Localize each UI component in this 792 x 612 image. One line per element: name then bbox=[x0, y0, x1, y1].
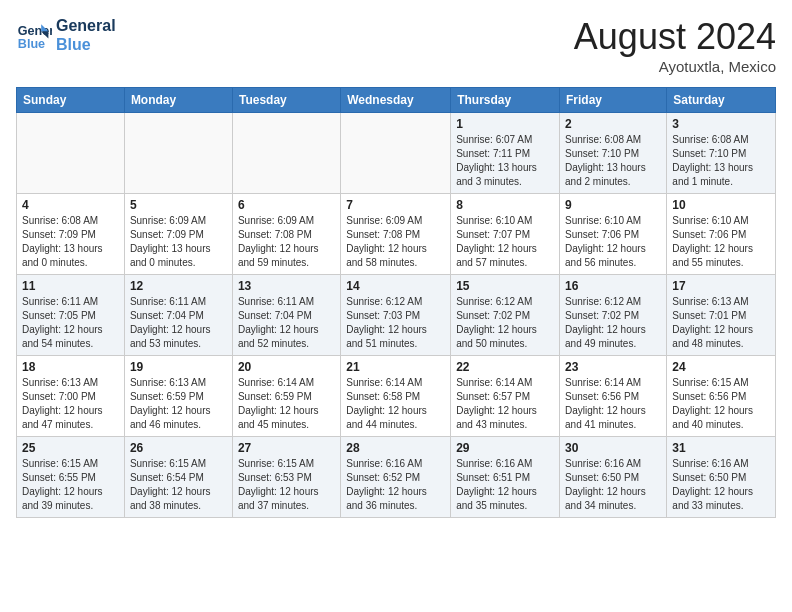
calendar-day-cell: 19Sunrise: 6:13 AM Sunset: 6:59 PM Dayli… bbox=[124, 356, 232, 437]
day-info: Sunrise: 6:16 AM Sunset: 6:51 PM Dayligh… bbox=[456, 457, 554, 513]
calendar-day-cell: 28Sunrise: 6:16 AM Sunset: 6:52 PM Dayli… bbox=[341, 437, 451, 518]
day-number: 13 bbox=[238, 279, 335, 293]
calendar-week-row: 18Sunrise: 6:13 AM Sunset: 7:00 PM Dayli… bbox=[17, 356, 776, 437]
day-info: Sunrise: 6:10 AM Sunset: 7:06 PM Dayligh… bbox=[672, 214, 770, 270]
day-number: 21 bbox=[346, 360, 445, 374]
day-info: Sunrise: 6:09 AM Sunset: 7:09 PM Dayligh… bbox=[130, 214, 227, 270]
calendar-week-row: 4Sunrise: 6:08 AM Sunset: 7:09 PM Daylig… bbox=[17, 194, 776, 275]
month-year-title: August 2024 bbox=[574, 16, 776, 58]
day-info: Sunrise: 6:11 AM Sunset: 7:05 PM Dayligh… bbox=[22, 295, 119, 351]
day-number: 14 bbox=[346, 279, 445, 293]
day-number: 19 bbox=[130, 360, 227, 374]
day-info: Sunrise: 6:15 AM Sunset: 6:56 PM Dayligh… bbox=[672, 376, 770, 432]
calendar-day-cell: 8Sunrise: 6:10 AM Sunset: 7:07 PM Daylig… bbox=[451, 194, 560, 275]
calendar-day-cell: 4Sunrise: 6:08 AM Sunset: 7:09 PM Daylig… bbox=[17, 194, 125, 275]
calendar-day-cell: 29Sunrise: 6:16 AM Sunset: 6:51 PM Dayli… bbox=[451, 437, 560, 518]
day-number: 18 bbox=[22, 360, 119, 374]
calendar-day-cell: 12Sunrise: 6:11 AM Sunset: 7:04 PM Dayli… bbox=[124, 275, 232, 356]
calendar-day-cell: 30Sunrise: 6:16 AM Sunset: 6:50 PM Dayli… bbox=[560, 437, 667, 518]
day-info: Sunrise: 6:16 AM Sunset: 6:52 PM Dayligh… bbox=[346, 457, 445, 513]
calendar-day-cell: 21Sunrise: 6:14 AM Sunset: 6:58 PM Dayli… bbox=[341, 356, 451, 437]
day-info: Sunrise: 6:14 AM Sunset: 6:58 PM Dayligh… bbox=[346, 376, 445, 432]
day-info: Sunrise: 6:12 AM Sunset: 7:03 PM Dayligh… bbox=[346, 295, 445, 351]
day-number: 8 bbox=[456, 198, 554, 212]
day-info: Sunrise: 6:10 AM Sunset: 7:06 PM Dayligh… bbox=[565, 214, 661, 270]
day-number: 4 bbox=[22, 198, 119, 212]
day-info: Sunrise: 6:15 AM Sunset: 6:53 PM Dayligh… bbox=[238, 457, 335, 513]
weekday-header-cell: Sunday bbox=[17, 88, 125, 113]
calendar-day-cell: 2Sunrise: 6:08 AM Sunset: 7:10 PM Daylig… bbox=[560, 113, 667, 194]
calendar-day-cell: 22Sunrise: 6:14 AM Sunset: 6:57 PM Dayli… bbox=[451, 356, 560, 437]
calendar-day-cell: 23Sunrise: 6:14 AM Sunset: 6:56 PM Dayli… bbox=[560, 356, 667, 437]
calendar-day-cell: 17Sunrise: 6:13 AM Sunset: 7:01 PM Dayli… bbox=[667, 275, 776, 356]
day-number: 26 bbox=[130, 441, 227, 455]
weekday-header-cell: Friday bbox=[560, 88, 667, 113]
day-info: Sunrise: 6:14 AM Sunset: 6:56 PM Dayligh… bbox=[565, 376, 661, 432]
calendar-day-cell: 11Sunrise: 6:11 AM Sunset: 7:05 PM Dayli… bbox=[17, 275, 125, 356]
calendar-day-cell: 20Sunrise: 6:14 AM Sunset: 6:59 PM Dayli… bbox=[232, 356, 340, 437]
day-info: Sunrise: 6:08 AM Sunset: 7:10 PM Dayligh… bbox=[565, 133, 661, 189]
calendar-day-cell: 10Sunrise: 6:10 AM Sunset: 7:06 PM Dayli… bbox=[667, 194, 776, 275]
logo-icon: General Blue bbox=[16, 17, 52, 53]
calendar-week-row: 25Sunrise: 6:15 AM Sunset: 6:55 PM Dayli… bbox=[17, 437, 776, 518]
weekday-header-cell: Saturday bbox=[667, 88, 776, 113]
calendar-day-cell: 18Sunrise: 6:13 AM Sunset: 7:00 PM Dayli… bbox=[17, 356, 125, 437]
page-header: General Blue General Blue August 2024 Ay… bbox=[16, 16, 776, 75]
weekday-header-row: SundayMondayTuesdayWednesdayThursdayFrid… bbox=[17, 88, 776, 113]
day-number: 3 bbox=[672, 117, 770, 131]
logo-text-blue: Blue bbox=[56, 35, 116, 54]
day-number: 31 bbox=[672, 441, 770, 455]
weekday-header-cell: Wednesday bbox=[341, 88, 451, 113]
svg-text:Blue: Blue bbox=[18, 37, 45, 51]
calendar-day-cell bbox=[124, 113, 232, 194]
day-number: 9 bbox=[565, 198, 661, 212]
calendar-day-cell: 7Sunrise: 6:09 AM Sunset: 7:08 PM Daylig… bbox=[341, 194, 451, 275]
day-number: 22 bbox=[456, 360, 554, 374]
location-subtitle: Ayotuxtla, Mexico bbox=[574, 58, 776, 75]
day-number: 7 bbox=[346, 198, 445, 212]
day-info: Sunrise: 6:12 AM Sunset: 7:02 PM Dayligh… bbox=[565, 295, 661, 351]
calendar-day-cell: 24Sunrise: 6:15 AM Sunset: 6:56 PM Dayli… bbox=[667, 356, 776, 437]
day-info: Sunrise: 6:08 AM Sunset: 7:09 PM Dayligh… bbox=[22, 214, 119, 270]
calendar-day-cell: 25Sunrise: 6:15 AM Sunset: 6:55 PM Dayli… bbox=[17, 437, 125, 518]
day-info: Sunrise: 6:14 AM Sunset: 6:59 PM Dayligh… bbox=[238, 376, 335, 432]
day-info: Sunrise: 6:13 AM Sunset: 7:00 PM Dayligh… bbox=[22, 376, 119, 432]
calendar-week-row: 1Sunrise: 6:07 AM Sunset: 7:11 PM Daylig… bbox=[17, 113, 776, 194]
calendar-day-cell: 6Sunrise: 6:09 AM Sunset: 7:08 PM Daylig… bbox=[232, 194, 340, 275]
day-number: 2 bbox=[565, 117, 661, 131]
weekday-header-cell: Tuesday bbox=[232, 88, 340, 113]
day-info: Sunrise: 6:09 AM Sunset: 7:08 PM Dayligh… bbox=[346, 214, 445, 270]
day-info: Sunrise: 6:10 AM Sunset: 7:07 PM Dayligh… bbox=[456, 214, 554, 270]
calendar-header: SundayMondayTuesdayWednesdayThursdayFrid… bbox=[17, 88, 776, 113]
day-number: 23 bbox=[565, 360, 661, 374]
calendar-day-cell: 15Sunrise: 6:12 AM Sunset: 7:02 PM Dayli… bbox=[451, 275, 560, 356]
day-number: 10 bbox=[672, 198, 770, 212]
day-info: Sunrise: 6:12 AM Sunset: 7:02 PM Dayligh… bbox=[456, 295, 554, 351]
logo: General Blue General Blue bbox=[16, 16, 116, 54]
day-info: Sunrise: 6:09 AM Sunset: 7:08 PM Dayligh… bbox=[238, 214, 335, 270]
day-info: Sunrise: 6:11 AM Sunset: 7:04 PM Dayligh… bbox=[238, 295, 335, 351]
calendar-day-cell bbox=[341, 113, 451, 194]
calendar-day-cell bbox=[232, 113, 340, 194]
logo-text-general: General bbox=[56, 16, 116, 35]
day-info: Sunrise: 6:16 AM Sunset: 6:50 PM Dayligh… bbox=[672, 457, 770, 513]
day-number: 15 bbox=[456, 279, 554, 293]
day-number: 6 bbox=[238, 198, 335, 212]
day-number: 24 bbox=[672, 360, 770, 374]
weekday-header-cell: Monday bbox=[124, 88, 232, 113]
calendar-day-cell: 3Sunrise: 6:08 AM Sunset: 7:10 PM Daylig… bbox=[667, 113, 776, 194]
day-number: 12 bbox=[130, 279, 227, 293]
day-info: Sunrise: 6:13 AM Sunset: 6:59 PM Dayligh… bbox=[130, 376, 227, 432]
day-info: Sunrise: 6:11 AM Sunset: 7:04 PM Dayligh… bbox=[130, 295, 227, 351]
day-number: 29 bbox=[456, 441, 554, 455]
calendar-day-cell: 5Sunrise: 6:09 AM Sunset: 7:09 PM Daylig… bbox=[124, 194, 232, 275]
day-info: Sunrise: 6:16 AM Sunset: 6:50 PM Dayligh… bbox=[565, 457, 661, 513]
day-number: 17 bbox=[672, 279, 770, 293]
day-number: 11 bbox=[22, 279, 119, 293]
calendar-day-cell: 13Sunrise: 6:11 AM Sunset: 7:04 PM Dayli… bbox=[232, 275, 340, 356]
day-number: 27 bbox=[238, 441, 335, 455]
day-info: Sunrise: 6:07 AM Sunset: 7:11 PM Dayligh… bbox=[456, 133, 554, 189]
calendar-day-cell bbox=[17, 113, 125, 194]
day-info: Sunrise: 6:08 AM Sunset: 7:10 PM Dayligh… bbox=[672, 133, 770, 189]
day-number: 25 bbox=[22, 441, 119, 455]
